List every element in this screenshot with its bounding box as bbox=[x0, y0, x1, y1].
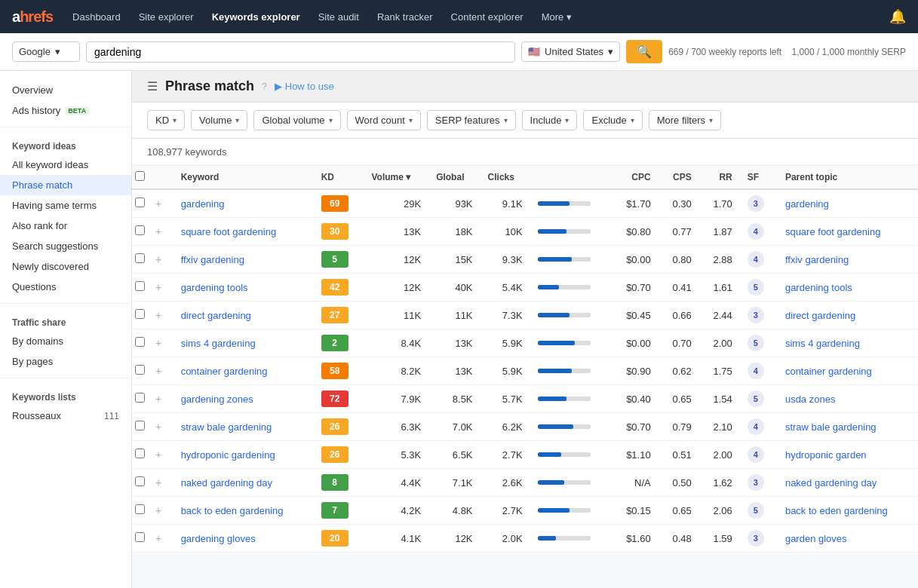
row-checkbox[interactable] bbox=[135, 281, 145, 291]
keyword-link[interactable]: direct gardening bbox=[181, 310, 251, 321]
nav-content-explorer[interactable]: Content explorer bbox=[444, 7, 531, 27]
row-checkbox[interactable] bbox=[135, 449, 145, 458]
parent-topic-link[interactable]: square foot gardening bbox=[785, 226, 880, 237]
keyword-link[interactable]: naked gardening day bbox=[181, 477, 272, 488]
sidebar-item-having-same-terms[interactable]: Having same terms bbox=[0, 195, 131, 216]
filter-exclude[interactable]: Exclude ▾ bbox=[583, 110, 642, 130]
keyword-link[interactable]: ffxiv gardening bbox=[181, 254, 244, 265]
sidebar-item-newly-discovered[interactable]: Newly discovered bbox=[0, 256, 131, 277]
parent-topic-link[interactable]: container gardening bbox=[785, 366, 872, 377]
sidebar-item-rousseaux[interactable]: Rousseaux 111 bbox=[0, 406, 131, 426]
keyword-link[interactable]: straw bale gardening bbox=[181, 421, 272, 433]
row-checkbox[interactable] bbox=[135, 198, 145, 207]
add-keyword-button[interactable]: + bbox=[155, 532, 161, 544]
engine-select[interactable]: Google ▾ bbox=[12, 41, 80, 62]
row-checkbox[interactable] bbox=[135, 309, 145, 319]
parent-topic-link[interactable]: ffxiv gardening bbox=[785, 254, 849, 265]
add-keyword-button[interactable]: + bbox=[155, 225, 161, 237]
th-cpc[interactable]: CPC bbox=[611, 166, 659, 189]
nav-more[interactable]: More ▾ bbox=[534, 7, 580, 27]
nav-site-audit[interactable]: Site audit bbox=[311, 7, 367, 27]
th-cps[interactable]: CPS bbox=[659, 166, 699, 189]
row-checkbox[interactable] bbox=[135, 421, 145, 430]
engine-caret-icon: ▾ bbox=[55, 46, 60, 57]
keyword-link[interactable]: gardening bbox=[181, 198, 225, 210]
parent-topic-link[interactable]: gardening bbox=[785, 198, 829, 210]
keyword-link[interactable]: sims 4 gardening bbox=[181, 338, 256, 349]
keyword-link[interactable]: hydroponic gardening bbox=[181, 449, 275, 461]
add-keyword-button[interactable]: + bbox=[155, 449, 161, 461]
nav-keywords-explorer[interactable]: Keywords explorer bbox=[204, 7, 308, 27]
parent-topic-link[interactable]: sims 4 gardening bbox=[785, 338, 860, 349]
parent-topic-link[interactable]: straw bale gardening bbox=[785, 421, 877, 433]
parent-topic-link[interactable]: back to eden gardening bbox=[785, 505, 888, 516]
th-rr[interactable]: RR bbox=[699, 166, 740, 189]
filter-serp-features[interactable]: SERP features ▾ bbox=[427, 110, 516, 130]
sidebar-item-by-domains[interactable]: By domains bbox=[0, 331, 131, 351]
filter-include[interactable]: Include ▾ bbox=[522, 110, 578, 130]
sidebar-item-all-keyword-ideas[interactable]: All keyword ideas bbox=[0, 155, 131, 175]
keyword-link[interactable]: gardening gloves bbox=[181, 533, 256, 544]
menu-icon[interactable]: ☰ bbox=[147, 79, 158, 93]
add-keyword-button[interactable]: + bbox=[155, 421, 161, 433]
parent-topic-link[interactable]: naked gardening day bbox=[785, 477, 877, 488]
parent-topic-link[interactable]: direct gardening bbox=[785, 310, 855, 321]
select-all-checkbox[interactable] bbox=[135, 171, 145, 181]
add-keyword-button[interactable]: + bbox=[155, 281, 161, 293]
row-checkbox[interactable] bbox=[135, 476, 145, 486]
th-clicks[interactable]: Clicks bbox=[480, 166, 530, 189]
sidebar-item-phrase-match[interactable]: Phrase match bbox=[0, 175, 131, 195]
sidebar-item-search-suggestions[interactable]: Search suggestions bbox=[0, 236, 131, 256]
row-checkbox[interactable] bbox=[135, 393, 145, 403]
row-checkbox[interactable] bbox=[135, 225, 145, 235]
filter-more-filters[interactable]: More filters ▾ bbox=[649, 110, 721, 130]
add-keyword-button[interactable]: + bbox=[155, 309, 161, 321]
nav-dashboard[interactable]: Dashboard bbox=[65, 7, 128, 27]
add-keyword-button[interactable]: + bbox=[155, 337, 161, 349]
th-sf[interactable]: SF bbox=[740, 166, 778, 189]
parent-topic-link[interactable]: gardening tools bbox=[785, 282, 852, 293]
nav-site-explorer[interactable]: Site explorer bbox=[131, 7, 201, 27]
row-checkbox[interactable] bbox=[135, 532, 145, 542]
parent-topic-link[interactable]: hydroponic garden bbox=[785, 449, 867, 461]
search-input[interactable] bbox=[86, 41, 515, 63]
filter-global-volume[interactable]: Global volume ▾ bbox=[253, 110, 340, 130]
th-volume[interactable]: Volume ▾ bbox=[364, 166, 428, 189]
sidebar-item-ads-history[interactable]: Ads history BETA bbox=[0, 100, 131, 121]
th-kd[interactable]: KD bbox=[314, 166, 364, 189]
filter-word-count[interactable]: Word count ▾ bbox=[347, 110, 421, 130]
add-keyword-button[interactable]: + bbox=[155, 365, 161, 377]
parent-topic-link[interactable]: garden gloves bbox=[785, 533, 847, 544]
notifications-bell-icon[interactable]: 🔔 bbox=[889, 8, 906, 25]
th-keyword[interactable]: Keyword bbox=[173, 166, 314, 189]
keyword-link[interactable]: gardening zones bbox=[181, 394, 253, 405]
keyword-link[interactable]: container gardening bbox=[181, 366, 268, 377]
logo[interactable]: ahrefs bbox=[12, 8, 53, 26]
row-checkbox[interactable] bbox=[135, 504, 145, 514]
add-keyword-button[interactable]: + bbox=[155, 476, 161, 488]
row-checkbox[interactable] bbox=[135, 337, 145, 347]
filter-volume[interactable]: Volume ▾ bbox=[191, 110, 247, 130]
add-keyword-button[interactable]: + bbox=[155, 504, 161, 516]
sidebar-item-also-rank-for[interactable]: Also rank for bbox=[0, 216, 131, 236]
serp-bar bbox=[538, 480, 591, 485]
add-keyword-button[interactable]: + bbox=[155, 253, 161, 265]
nav-rank-tracker[interactable]: Rank tracker bbox=[370, 7, 441, 27]
search-button[interactable]: 🔍 bbox=[626, 40, 662, 63]
th-global[interactable]: Global bbox=[428, 166, 480, 189]
keyword-link[interactable]: gardening tools bbox=[181, 282, 248, 293]
add-keyword-button[interactable]: + bbox=[155, 198, 161, 210]
how-to-use-link[interactable]: ▶ How to use bbox=[275, 81, 334, 92]
sidebar-item-questions[interactable]: Questions bbox=[0, 277, 131, 297]
row-checkbox[interactable] bbox=[135, 365, 145, 375]
sidebar-item-overview[interactable]: Overview bbox=[0, 80, 131, 100]
country-select[interactable]: 🇺🇸 United States ▾ bbox=[521, 41, 620, 62]
keyword-link[interactable]: back to eden gardening bbox=[181, 505, 284, 516]
sidebar-item-by-pages[interactable]: By pages bbox=[0, 351, 131, 372]
filter-kd[interactable]: KD ▾ bbox=[147, 110, 185, 130]
parent-topic-link[interactable]: usda zones bbox=[785, 394, 836, 405]
row-checkbox[interactable] bbox=[135, 253, 145, 263]
help-icon[interactable]: ? bbox=[262, 81, 267, 92]
keyword-link[interactable]: square foot gardening bbox=[181, 226, 276, 237]
add-keyword-button[interactable]: + bbox=[155, 393, 161, 405]
